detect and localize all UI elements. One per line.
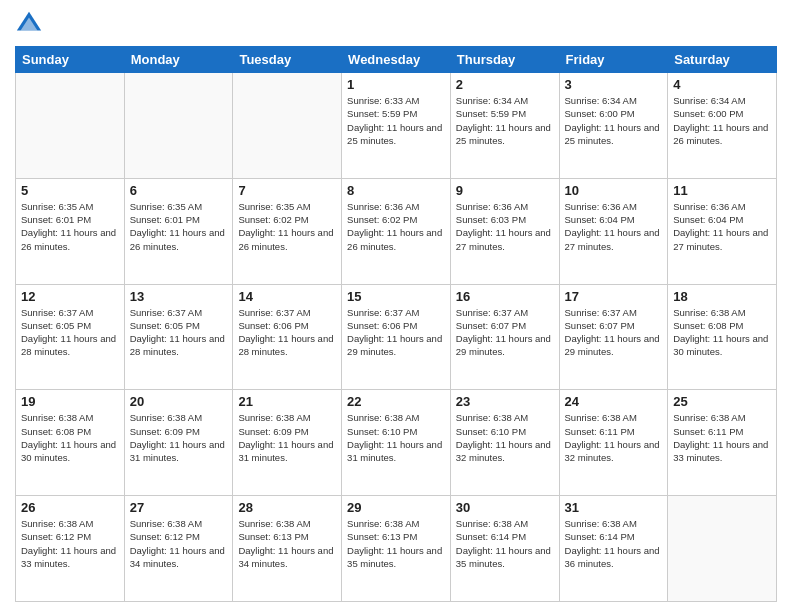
day-info: Sunrise: 6:38 AM Sunset: 6:09 PM Dayligh… xyxy=(130,411,228,464)
day-number: 24 xyxy=(565,394,663,409)
day-number: 3 xyxy=(565,77,663,92)
day-info: Sunrise: 6:35 AM Sunset: 6:02 PM Dayligh… xyxy=(238,200,336,253)
page: SundayMondayTuesdayWednesdayThursdayFrid… xyxy=(0,0,792,612)
day-cell: 19Sunrise: 6:38 AM Sunset: 6:08 PM Dayli… xyxy=(16,390,125,496)
weekday-header-thursday: Thursday xyxy=(450,47,559,73)
calendar-table: SundayMondayTuesdayWednesdayThursdayFrid… xyxy=(15,46,777,602)
day-info: Sunrise: 6:37 AM Sunset: 6:05 PM Dayligh… xyxy=(21,306,119,359)
day-number: 14 xyxy=(238,289,336,304)
day-cell: 7Sunrise: 6:35 AM Sunset: 6:02 PM Daylig… xyxy=(233,178,342,284)
day-number: 18 xyxy=(673,289,771,304)
day-cell xyxy=(668,496,777,602)
day-number: 19 xyxy=(21,394,119,409)
day-number: 20 xyxy=(130,394,228,409)
weekday-header-sunday: Sunday xyxy=(16,47,125,73)
day-number: 10 xyxy=(565,183,663,198)
day-info: Sunrise: 6:35 AM Sunset: 6:01 PM Dayligh… xyxy=(130,200,228,253)
day-info: Sunrise: 6:38 AM Sunset: 6:12 PM Dayligh… xyxy=(130,517,228,570)
week-row-5: 26Sunrise: 6:38 AM Sunset: 6:12 PM Dayli… xyxy=(16,496,777,602)
day-cell: 27Sunrise: 6:38 AM Sunset: 6:12 PM Dayli… xyxy=(124,496,233,602)
day-info: Sunrise: 6:33 AM Sunset: 5:59 PM Dayligh… xyxy=(347,94,445,147)
day-number: 12 xyxy=(21,289,119,304)
day-info: Sunrise: 6:36 AM Sunset: 6:02 PM Dayligh… xyxy=(347,200,445,253)
day-cell: 5Sunrise: 6:35 AM Sunset: 6:01 PM Daylig… xyxy=(16,178,125,284)
day-cell: 21Sunrise: 6:38 AM Sunset: 6:09 PM Dayli… xyxy=(233,390,342,496)
day-cell: 31Sunrise: 6:38 AM Sunset: 6:14 PM Dayli… xyxy=(559,496,668,602)
logo-icon xyxy=(15,10,43,38)
day-number: 21 xyxy=(238,394,336,409)
day-cell: 3Sunrise: 6:34 AM Sunset: 6:00 PM Daylig… xyxy=(559,73,668,179)
week-row-3: 12Sunrise: 6:37 AM Sunset: 6:05 PM Dayli… xyxy=(16,284,777,390)
day-cell: 18Sunrise: 6:38 AM Sunset: 6:08 PM Dayli… xyxy=(668,284,777,390)
day-number: 26 xyxy=(21,500,119,515)
weekday-header-saturday: Saturday xyxy=(668,47,777,73)
day-info: Sunrise: 6:34 AM Sunset: 6:00 PM Dayligh… xyxy=(673,94,771,147)
day-cell: 24Sunrise: 6:38 AM Sunset: 6:11 PM Dayli… xyxy=(559,390,668,496)
day-cell: 17Sunrise: 6:37 AM Sunset: 6:07 PM Dayli… xyxy=(559,284,668,390)
day-info: Sunrise: 6:38 AM Sunset: 6:08 PM Dayligh… xyxy=(673,306,771,359)
day-cell: 9Sunrise: 6:36 AM Sunset: 6:03 PM Daylig… xyxy=(450,178,559,284)
day-cell: 14Sunrise: 6:37 AM Sunset: 6:06 PM Dayli… xyxy=(233,284,342,390)
weekday-header-friday: Friday xyxy=(559,47,668,73)
day-info: Sunrise: 6:34 AM Sunset: 5:59 PM Dayligh… xyxy=(456,94,554,147)
day-number: 25 xyxy=(673,394,771,409)
day-number: 5 xyxy=(21,183,119,198)
day-number: 16 xyxy=(456,289,554,304)
day-info: Sunrise: 6:38 AM Sunset: 6:10 PM Dayligh… xyxy=(456,411,554,464)
day-info: Sunrise: 6:38 AM Sunset: 6:11 PM Dayligh… xyxy=(565,411,663,464)
day-number: 2 xyxy=(456,77,554,92)
day-cell: 28Sunrise: 6:38 AM Sunset: 6:13 PM Dayli… xyxy=(233,496,342,602)
day-info: Sunrise: 6:38 AM Sunset: 6:11 PM Dayligh… xyxy=(673,411,771,464)
day-info: Sunrise: 6:37 AM Sunset: 6:07 PM Dayligh… xyxy=(565,306,663,359)
week-row-4: 19Sunrise: 6:38 AM Sunset: 6:08 PM Dayli… xyxy=(16,390,777,496)
weekday-header-tuesday: Tuesday xyxy=(233,47,342,73)
day-cell: 12Sunrise: 6:37 AM Sunset: 6:05 PM Dayli… xyxy=(16,284,125,390)
day-info: Sunrise: 6:37 AM Sunset: 6:06 PM Dayligh… xyxy=(347,306,445,359)
weekday-header-row: SundayMondayTuesdayWednesdayThursdayFrid… xyxy=(16,47,777,73)
day-cell xyxy=(124,73,233,179)
day-info: Sunrise: 6:36 AM Sunset: 6:04 PM Dayligh… xyxy=(673,200,771,253)
day-cell xyxy=(233,73,342,179)
day-cell: 4Sunrise: 6:34 AM Sunset: 6:00 PM Daylig… xyxy=(668,73,777,179)
week-row-1: 1Sunrise: 6:33 AM Sunset: 5:59 PM Daylig… xyxy=(16,73,777,179)
week-row-2: 5Sunrise: 6:35 AM Sunset: 6:01 PM Daylig… xyxy=(16,178,777,284)
day-cell: 16Sunrise: 6:37 AM Sunset: 6:07 PM Dayli… xyxy=(450,284,559,390)
day-number: 8 xyxy=(347,183,445,198)
day-info: Sunrise: 6:35 AM Sunset: 6:01 PM Dayligh… xyxy=(21,200,119,253)
day-number: 29 xyxy=(347,500,445,515)
day-cell: 1Sunrise: 6:33 AM Sunset: 5:59 PM Daylig… xyxy=(342,73,451,179)
header xyxy=(15,10,777,38)
day-cell: 11Sunrise: 6:36 AM Sunset: 6:04 PM Dayli… xyxy=(668,178,777,284)
day-number: 13 xyxy=(130,289,228,304)
day-number: 6 xyxy=(130,183,228,198)
day-info: Sunrise: 6:36 AM Sunset: 6:03 PM Dayligh… xyxy=(456,200,554,253)
day-info: Sunrise: 6:38 AM Sunset: 6:08 PM Dayligh… xyxy=(21,411,119,464)
day-cell: 2Sunrise: 6:34 AM Sunset: 5:59 PM Daylig… xyxy=(450,73,559,179)
day-number: 7 xyxy=(238,183,336,198)
day-cell: 6Sunrise: 6:35 AM Sunset: 6:01 PM Daylig… xyxy=(124,178,233,284)
day-cell: 15Sunrise: 6:37 AM Sunset: 6:06 PM Dayli… xyxy=(342,284,451,390)
day-number: 31 xyxy=(565,500,663,515)
day-cell: 20Sunrise: 6:38 AM Sunset: 6:09 PM Dayli… xyxy=(124,390,233,496)
day-info: Sunrise: 6:38 AM Sunset: 6:09 PM Dayligh… xyxy=(238,411,336,464)
day-info: Sunrise: 6:38 AM Sunset: 6:13 PM Dayligh… xyxy=(238,517,336,570)
day-info: Sunrise: 6:37 AM Sunset: 6:07 PM Dayligh… xyxy=(456,306,554,359)
day-cell: 30Sunrise: 6:38 AM Sunset: 6:14 PM Dayli… xyxy=(450,496,559,602)
weekday-header-wednesday: Wednesday xyxy=(342,47,451,73)
day-cell: 8Sunrise: 6:36 AM Sunset: 6:02 PM Daylig… xyxy=(342,178,451,284)
day-number: 1 xyxy=(347,77,445,92)
day-number: 15 xyxy=(347,289,445,304)
day-info: Sunrise: 6:38 AM Sunset: 6:12 PM Dayligh… xyxy=(21,517,119,570)
day-number: 30 xyxy=(456,500,554,515)
day-info: Sunrise: 6:38 AM Sunset: 6:14 PM Dayligh… xyxy=(565,517,663,570)
day-info: Sunrise: 6:38 AM Sunset: 6:14 PM Dayligh… xyxy=(456,517,554,570)
day-info: Sunrise: 6:38 AM Sunset: 6:13 PM Dayligh… xyxy=(347,517,445,570)
day-number: 9 xyxy=(456,183,554,198)
day-number: 11 xyxy=(673,183,771,198)
day-info: Sunrise: 6:37 AM Sunset: 6:06 PM Dayligh… xyxy=(238,306,336,359)
logo xyxy=(15,10,47,38)
day-cell xyxy=(16,73,125,179)
day-cell: 23Sunrise: 6:38 AM Sunset: 6:10 PM Dayli… xyxy=(450,390,559,496)
day-cell: 26Sunrise: 6:38 AM Sunset: 6:12 PM Dayli… xyxy=(16,496,125,602)
day-cell: 13Sunrise: 6:37 AM Sunset: 6:05 PM Dayli… xyxy=(124,284,233,390)
